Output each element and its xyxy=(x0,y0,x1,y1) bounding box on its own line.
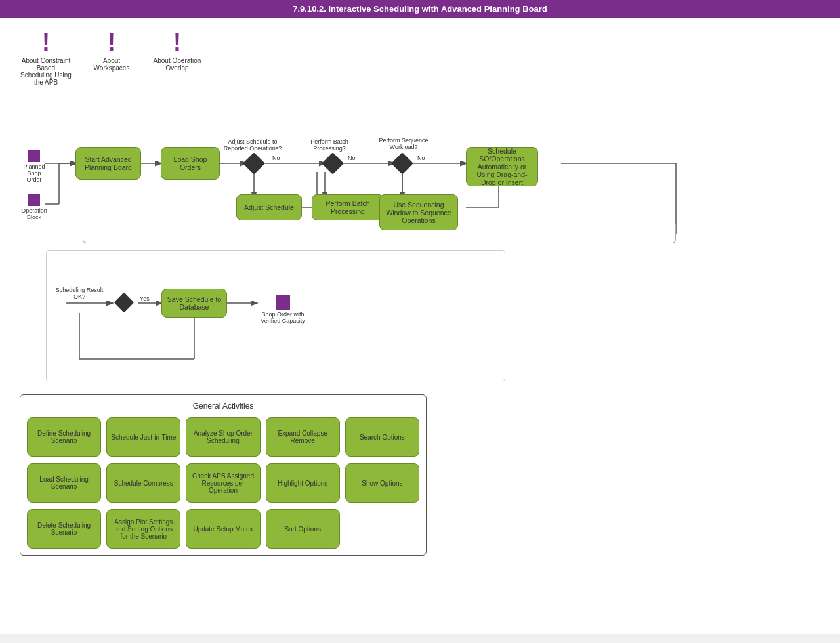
yes-label: Yes xyxy=(140,295,150,302)
activity-btn-11[interactable]: Assign Plot Settings and Sorting Options… xyxy=(106,509,180,549)
activities-title: General Activities xyxy=(27,402,419,411)
schedule-so-box: Schedule SO/Operations Automatically or … xyxy=(466,147,538,186)
operation-block-icon xyxy=(28,194,40,206)
activity-btn-9[interactable]: Show Options xyxy=(345,463,419,503)
activity-btn-13[interactable]: Sort Options xyxy=(266,509,340,549)
activity-btn-1[interactable]: Schedule Just-in-Time xyxy=(106,417,180,457)
title-text: 7.9.10.2. Interactive Scheduling with Ad… xyxy=(293,4,547,14)
activity-btn-3[interactable]: Expand Collapse Remove xyxy=(266,417,340,457)
planned-shop-order-icon xyxy=(28,150,40,162)
result-ok-label: Scheduling Result OK? xyxy=(50,287,109,300)
exclamation-icon-1: ! xyxy=(42,31,50,54)
icon-overlap: ! About Operation Overlap xyxy=(151,31,203,72)
batch-q-label: Perform Batch Processing? xyxy=(303,138,356,152)
load-shop-orders-box: Load Shop Orders xyxy=(161,147,220,180)
no-label-2: No xyxy=(348,155,356,161)
title-bar: 7.9.10.2. Interactive Scheduling with Ad… xyxy=(0,0,840,18)
diamond-adjust xyxy=(246,156,262,171)
start-apb-box: Start Advanced Planning Board xyxy=(75,147,141,180)
no-label-1: No xyxy=(272,155,280,161)
adjust-q-label: Adjust Schedule to Reported Operations? xyxy=(223,138,282,152)
shop-order-verified-label: Shop Order with Verified Capacity xyxy=(257,311,309,324)
activity-btn-5[interactable]: Load Scheduling Scenario xyxy=(27,463,101,503)
icon-label-constraint: About Constraint Based Scheduling Using … xyxy=(20,57,72,86)
planned-shop-order-node: Planned Shop Order xyxy=(21,150,47,183)
exclamation-icon-3: ! xyxy=(173,31,181,54)
icon-label-overlap: About Operation Overlap xyxy=(151,57,203,72)
lower-flowchart: Scheduling Result OK? Yes Save Schedule … xyxy=(46,250,505,381)
icon-constraint: ! About Constraint Based Scheduling Usin… xyxy=(20,31,72,86)
no-label-3: No xyxy=(417,155,425,161)
activity-btn-0[interactable]: Define Scheduling Scenario xyxy=(27,417,101,457)
activity-btn-7[interactable]: Check APB Assigned Resources per Operati… xyxy=(186,463,260,503)
operation-block-label: Operation Block xyxy=(21,207,47,220)
activity-btn-6[interactable]: Schedule Compress xyxy=(106,463,180,503)
save-schedule-box: Save Schedule to Database xyxy=(161,289,227,318)
activities-grid: Define Scheduling ScenarioSchedule Just-… xyxy=(27,417,419,549)
activities-box: General Activities Define Scheduling Sce… xyxy=(20,394,427,556)
diamond-sequence xyxy=(394,156,410,171)
perform-batch-box: Perform Batch Processing xyxy=(312,194,384,220)
upper-flowchart: Planned Shop Order Operation Block Start… xyxy=(20,93,715,250)
operation-block-node: Operation Block xyxy=(21,194,47,220)
sequence-q-label: Perform Sequence Workload? xyxy=(377,137,430,150)
icon-workspaces: ! About Workspaces xyxy=(85,31,138,72)
activity-btn-2[interactable]: Analyze Shop Order Scheduling xyxy=(186,417,260,457)
shop-order-verified-node: Shop Order with Verified Capacity xyxy=(257,295,309,324)
icons-section: ! About Constraint Based Scheduling Usin… xyxy=(7,24,833,93)
activity-btn-12[interactable]: Update Setup Matrix xyxy=(186,509,260,549)
loop-rect xyxy=(83,224,676,243)
exclamation-icon-2: ! xyxy=(108,31,116,54)
adjust-schedule-box: Adjust Schedule xyxy=(236,194,302,220)
shop-order-verified-icon xyxy=(276,295,290,310)
planned-shop-order-label: Planned Shop Order xyxy=(21,163,47,183)
activity-btn-10[interactable]: Delete Scheduling Scenario xyxy=(27,509,101,549)
diamond-batch xyxy=(325,156,341,171)
icon-label-workspaces: About Workspaces xyxy=(85,57,138,72)
activity-btn-4[interactable]: Search Options xyxy=(345,417,419,457)
activity-btn-8[interactable]: Highlight Options xyxy=(266,463,340,503)
main-content: ! About Constraint Based Scheduling Usin… xyxy=(0,18,840,634)
